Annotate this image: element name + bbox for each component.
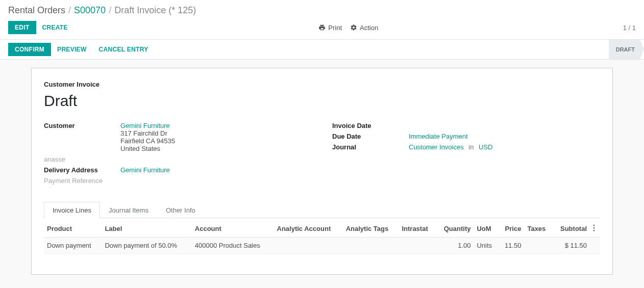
cell-subtotal: $ 11.50: [552, 238, 590, 254]
breadcrumb: Rental Orders / S00070 / Draft Invoice (…: [0, 0, 644, 18]
table-header-row: Product Label Account Analytic Account A…: [44, 220, 600, 238]
gear-icon: [350, 24, 357, 31]
journal-value: Customer Invoices in USD: [409, 143, 492, 151]
edit-button[interactable]: EDIT: [8, 21, 36, 34]
payref-label: Payment Reference: [44, 177, 120, 185]
sheet-wrap: Customer Invoice Draft Customer Gemini F…: [0, 60, 644, 275]
cell-quantity: 1.00: [436, 238, 474, 254]
invoice-date-label: Invoice Date: [332, 122, 409, 129]
th-uom[interactable]: UoM: [474, 220, 498, 238]
th-subtotal[interactable]: Subtotal: [552, 220, 590, 238]
due-date-link[interactable]: Immediate Payment: [409, 133, 468, 140]
form-columns: Customer Gemini Furniture 317 Fairchild …: [44, 122, 600, 188]
due-date-value: Immediate Payment: [409, 133, 468, 140]
customer-value: Gemini Furniture 317 Fairchild Dr Fairfi…: [120, 122, 175, 152]
left-column: Customer Gemini Furniture 317 Fairchild …: [44, 122, 312, 188]
print-icon: [318, 24, 326, 31]
customer-label: Customer: [44, 122, 120, 129]
cell-analytic-account: [274, 238, 343, 254]
journal-link[interactable]: Customer Invoices: [409, 143, 464, 151]
field-invoice-date: Invoice Date: [332, 122, 600, 129]
tabs: Invoice Lines Journal Items Other Info: [44, 202, 600, 218]
th-analytic-tags[interactable]: Analytic Tags: [343, 220, 399, 238]
page-title: Draft: [44, 92, 600, 110]
print-button[interactable]: Print: [318, 24, 342, 32]
breadcrumb-order[interactable]: S00070: [74, 5, 106, 16]
breadcrumb-current: Draft Invoice (* 125): [114, 5, 196, 16]
tab-other-info[interactable]: Other Info: [157, 202, 204, 218]
delivery-label: Delivery Address: [44, 166, 120, 174]
cell-intrastat: [399, 238, 436, 254]
th-product[interactable]: Product: [44, 220, 102, 238]
journal-label: Journal: [332, 143, 409, 151]
field-anasse: anasse: [44, 155, 312, 163]
field-due-date: Due Date Immediate Payment: [332, 133, 600, 140]
cell-options: [590, 238, 600, 254]
center-actions: Print Action: [74, 24, 623, 32]
right-column: Invoice Date Due Date Immediate Payment …: [332, 122, 600, 188]
pager[interactable]: 1 / 1: [623, 24, 636, 32]
doc-type-label: Customer Invoice: [44, 81, 600, 88]
status-stages: DRAFT: [609, 40, 644, 59]
breadcrumb-root[interactable]: Rental Orders: [8, 5, 65, 16]
create-button[interactable]: CREATE: [36, 21, 74, 34]
th-analytic-account[interactable]: Analytic Account: [274, 220, 343, 238]
tab-journal-items[interactable]: Journal Items: [100, 202, 157, 218]
action-label: Action: [360, 24, 378, 32]
field-payment-reference: Payment Reference: [44, 177, 312, 185]
cell-label: Down payment of 50.0%: [102, 238, 191, 254]
svg-point-1: [593, 227, 595, 229]
field-delivery: Delivery Address Gemini Furniture: [44, 166, 312, 174]
field-customer: Customer Gemini Furniture 317 Fairchild …: [44, 122, 312, 152]
th-price[interactable]: Price: [498, 220, 524, 238]
breadcrumb-sep: /: [109, 5, 111, 16]
field-journal: Journal Customer Invoices in USD: [332, 143, 600, 151]
tab-invoice-lines[interactable]: Invoice Lines: [44, 202, 100, 218]
th-options[interactable]: [590, 220, 600, 238]
cell-uom: Units: [474, 238, 498, 254]
customer-addr3: United States: [120, 145, 175, 152]
cell-account: 400000 Product Sales: [192, 238, 274, 254]
th-taxes[interactable]: Taxes: [524, 220, 552, 238]
invoice-lines-table: Product Label Account Analytic Account A…: [44, 220, 600, 254]
cell-analytic-tags: [343, 238, 399, 254]
journal-currency-link[interactable]: USD: [479, 143, 492, 151]
breadcrumb-sep: /: [68, 5, 71, 16]
preview-button[interactable]: PREVIEW: [51, 43, 92, 56]
cancel-entry-button[interactable]: CANCEL ENTRY: [93, 43, 155, 56]
action-button[interactable]: Action: [350, 24, 378, 32]
status-bar: CONFIRM PREVIEW CANCEL ENTRY DRAFT: [0, 40, 644, 60]
delivery-link[interactable]: Gemini Furniture: [120, 166, 170, 174]
kebab-icon: [593, 224, 595, 231]
svg-point-2: [593, 230, 595, 231]
journal-in: in: [468, 143, 474, 151]
cell-taxes: [524, 238, 552, 254]
table-row[interactable]: Down payment Down payment of 50.0% 40000…: [44, 238, 600, 254]
customer-link[interactable]: Gemini Furniture: [120, 122, 175, 129]
th-account[interactable]: Account: [192, 220, 274, 238]
customer-addr1: 317 Fairchild Dr: [120, 129, 175, 137]
delivery-value: Gemini Furniture: [120, 166, 170, 174]
anasse-label: anasse: [44, 155, 120, 163]
due-date-label: Due Date: [332, 133, 409, 140]
control-bar: EDIT CREATE Print Action 1 / 1: [0, 18, 644, 40]
print-label: Print: [328, 24, 342, 32]
status-badge-draft[interactable]: DRAFT: [609, 40, 644, 59]
th-label[interactable]: Label: [102, 220, 191, 238]
th-intrastat[interactable]: Intrastat: [399, 220, 436, 238]
cell-product: Down payment: [44, 238, 102, 254]
confirm-button[interactable]: CONFIRM: [8, 43, 51, 56]
svg-point-0: [593, 225, 595, 226]
customer-addr2: Fairfield CA 94535: [120, 137, 175, 145]
cell-price: 11.50: [498, 238, 524, 254]
form-sheet: Customer Invoice Draft Customer Gemini F…: [31, 68, 613, 275]
th-quantity[interactable]: Quantity: [436, 220, 474, 238]
